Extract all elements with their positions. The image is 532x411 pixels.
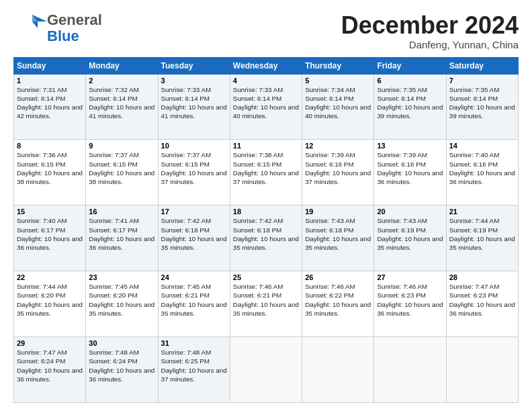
day-of-week-header: Thursday <box>302 57 374 74</box>
calendar-day-cell: 6Sunrise: 7:35 AMSunset: 6:14 PMDaylight… <box>374 74 446 140</box>
calendar-day-cell: 22Sunrise: 7:44 AMSunset: 6:20 PMDayligh… <box>14 271 86 337</box>
calendar-day-cell: 9Sunrise: 7:37 AMSunset: 6:15 PMDaylight… <box>86 140 158 205</box>
day-number: 13 <box>377 142 443 150</box>
day-info: Sunrise: 7:45 AMSunset: 6:21 PMDaylight:… <box>161 282 227 318</box>
day-number: 17 <box>161 208 227 216</box>
calendar-day-cell <box>230 337 302 403</box>
day-info: Sunrise: 7:33 AMSunset: 6:14 PMDaylight:… <box>233 85 299 121</box>
calendar-day-cell: 28Sunrise: 7:47 AMSunset: 6:23 PMDayligh… <box>446 271 518 337</box>
calendar-day-cell: 24Sunrise: 7:45 AMSunset: 6:21 PMDayligh… <box>158 271 230 337</box>
day-of-week-header: Saturday <box>446 57 518 74</box>
logo-general: General <box>47 11 102 28</box>
calendar-day-cell: 10Sunrise: 7:37 AMSunset: 6:15 PMDayligh… <box>158 140 230 205</box>
month-title: December 2024 <box>341 12 519 39</box>
day-number: 14 <box>449 142 515 150</box>
calendar-day-cell: 27Sunrise: 7:46 AMSunset: 6:23 PMDayligh… <box>374 271 446 337</box>
day-info: Sunrise: 7:46 AMSunset: 6:21 PMDaylight:… <box>233 282 299 318</box>
day-number: 1 <box>17 77 83 85</box>
day-number: 31 <box>161 339 227 347</box>
calendar-day-cell: 19Sunrise: 7:43 AMSunset: 6:18 PMDayligh… <box>302 205 374 271</box>
day-info: Sunrise: 7:41 AMSunset: 6:17 PMDaylight:… <box>89 216 154 252</box>
calendar-day-cell: 25Sunrise: 7:46 AMSunset: 6:21 PMDayligh… <box>230 271 302 337</box>
calendar-day-cell: 15Sunrise: 7:40 AMSunset: 6:17 PMDayligh… <box>14 205 86 271</box>
day-info: Sunrise: 7:33 AMSunset: 6:14 PMDaylight:… <box>161 85 227 121</box>
day-info: Sunrise: 7:37 AMSunset: 6:15 PMDaylight:… <box>89 150 154 186</box>
day-info: Sunrise: 7:43 AMSunset: 6:18 PMDaylight:… <box>305 216 371 252</box>
page: General Blue December 2024 Danfeng, Yunn… <box>0 0 532 411</box>
day-number: 22 <box>17 273 83 281</box>
day-number: 6 <box>377 77 443 85</box>
day-info: Sunrise: 7:47 AMSunset: 6:24 PMDaylight:… <box>17 348 83 383</box>
day-number: 29 <box>17 339 83 347</box>
day-number: 10 <box>161 142 227 150</box>
day-number: 12 <box>305 142 371 150</box>
day-number: 19 <box>305 208 371 216</box>
day-info: Sunrise: 7:39 AMSunset: 6:16 PMDaylight:… <box>377 150 443 186</box>
logo-text-block: General Blue <box>47 12 102 44</box>
calendar-body: 1Sunrise: 7:31 AMSunset: 6:14 PMDaylight… <box>14 74 519 402</box>
day-info: Sunrise: 7:32 AMSunset: 6:14 PMDaylight:… <box>89 85 154 121</box>
day-info: Sunrise: 7:35 AMSunset: 6:14 PMDaylight:… <box>449 85 515 121</box>
day-number: 18 <box>233 208 299 216</box>
day-info: Sunrise: 7:40 AMSunset: 6:17 PMDaylight:… <box>17 216 83 252</box>
day-number: 30 <box>89 339 154 347</box>
day-number: 15 <box>17 208 83 216</box>
day-info: Sunrise: 7:35 AMSunset: 6:14 PMDaylight:… <box>377 85 443 121</box>
day-number: 7 <box>449 77 515 85</box>
calendar-day-cell: 30Sunrise: 7:48 AMSunset: 6:24 PMDayligh… <box>86 337 158 403</box>
day-of-week-header: Wednesday <box>230 57 302 74</box>
calendar-week-row: 22Sunrise: 7:44 AMSunset: 6:20 PMDayligh… <box>14 271 519 337</box>
logo-icon <box>13 12 47 42</box>
day-of-week-header: Friday <box>374 57 446 74</box>
day-info: Sunrise: 7:48 AMSunset: 6:24 PMDaylight:… <box>89 348 154 383</box>
day-info: Sunrise: 7:38 AMSunset: 6:15 PMDaylight:… <box>233 150 299 186</box>
calendar-day-cell: 18Sunrise: 7:42 AMSunset: 6:18 PMDayligh… <box>230 205 302 271</box>
day-info: Sunrise: 7:31 AMSunset: 6:14 PMDaylight:… <box>17 85 83 121</box>
day-info: Sunrise: 7:48 AMSunset: 6:25 PMDaylight:… <box>161 348 227 383</box>
calendar-day-cell: 26Sunrise: 7:46 AMSunset: 6:22 PMDayligh… <box>302 271 374 337</box>
day-info: Sunrise: 7:47 AMSunset: 6:23 PMDaylight:… <box>449 282 515 318</box>
day-info: Sunrise: 7:39 AMSunset: 6:16 PMDaylight:… <box>305 150 371 186</box>
calendar-day-cell: 16Sunrise: 7:41 AMSunset: 6:17 PMDayligh… <box>86 205 158 271</box>
day-info: Sunrise: 7:45 AMSunset: 6:20 PMDaylight:… <box>89 282 154 318</box>
day-info: Sunrise: 7:42 AMSunset: 6:18 PMDaylight:… <box>161 216 227 252</box>
calendar-day-cell: 20Sunrise: 7:43 AMSunset: 6:19 PMDayligh… <box>374 205 446 271</box>
day-of-week-header: Sunday <box>14 57 86 74</box>
day-number: 20 <box>377 208 443 216</box>
day-number: 23 <box>89 273 154 281</box>
day-number: 16 <box>89 208 154 216</box>
calendar-day-cell: 2Sunrise: 7:32 AMSunset: 6:14 PMDaylight… <box>86 74 158 140</box>
calendar-day-cell: 23Sunrise: 7:45 AMSunset: 6:20 PMDayligh… <box>86 271 158 337</box>
calendar-week-row: 8Sunrise: 7:36 AMSunset: 6:15 PMDaylight… <box>14 140 519 205</box>
day-number: 27 <box>377 273 443 281</box>
day-number: 5 <box>305 77 371 85</box>
day-number: 24 <box>161 273 227 281</box>
day-number: 2 <box>89 77 154 85</box>
calendar-day-cell: 29Sunrise: 7:47 AMSunset: 6:24 PMDayligh… <box>14 337 86 403</box>
day-of-week-header: Monday <box>86 57 158 74</box>
calendar-day-cell: 17Sunrise: 7:42 AMSunset: 6:18 PMDayligh… <box>158 205 230 271</box>
day-info: Sunrise: 7:46 AMSunset: 6:22 PMDaylight:… <box>305 282 371 318</box>
calendar-day-cell: 7Sunrise: 7:35 AMSunset: 6:14 PMDaylight… <box>446 74 518 140</box>
logo-blue: Blue <box>47 28 79 44</box>
calendar-day-cell: 21Sunrise: 7:44 AMSunset: 6:19 PMDayligh… <box>446 205 518 271</box>
day-number: 21 <box>449 208 515 216</box>
day-info: Sunrise: 7:44 AMSunset: 6:20 PMDaylight:… <box>17 282 83 318</box>
calendar-day-cell: 4Sunrise: 7:33 AMSunset: 6:14 PMDaylight… <box>230 74 302 140</box>
logo-brand: General Blue <box>47 12 102 44</box>
calendar-table: SundayMondayTuesdayWednesdayThursdayFrid… <box>13 57 519 403</box>
calendar-day-cell: 3Sunrise: 7:33 AMSunset: 6:14 PMDaylight… <box>158 74 230 140</box>
title-block: December 2024 Danfeng, Yunnan, China <box>341 12 519 50</box>
calendar-day-cell: 8Sunrise: 7:36 AMSunset: 6:15 PMDaylight… <box>14 140 86 205</box>
logo: General Blue <box>13 12 102 44</box>
calendar-day-cell: 11Sunrise: 7:38 AMSunset: 6:15 PMDayligh… <box>230 140 302 205</box>
day-number: 11 <box>233 142 299 150</box>
day-info: Sunrise: 7:40 AMSunset: 6:16 PMDaylight:… <box>449 150 515 186</box>
calendar-day-cell: 5Sunrise: 7:34 AMSunset: 6:14 PMDaylight… <box>302 74 374 140</box>
calendar-day-cell <box>446 337 518 403</box>
day-info: Sunrise: 7:37 AMSunset: 6:15 PMDaylight:… <box>161 150 227 186</box>
calendar-header-row: SundayMondayTuesdayWednesdayThursdayFrid… <box>14 57 519 74</box>
calendar-week-row: 15Sunrise: 7:40 AMSunset: 6:17 PMDayligh… <box>14 205 519 271</box>
calendar-day-cell: 13Sunrise: 7:39 AMSunset: 6:16 PMDayligh… <box>374 140 446 205</box>
day-number: 4 <box>233 77 299 85</box>
